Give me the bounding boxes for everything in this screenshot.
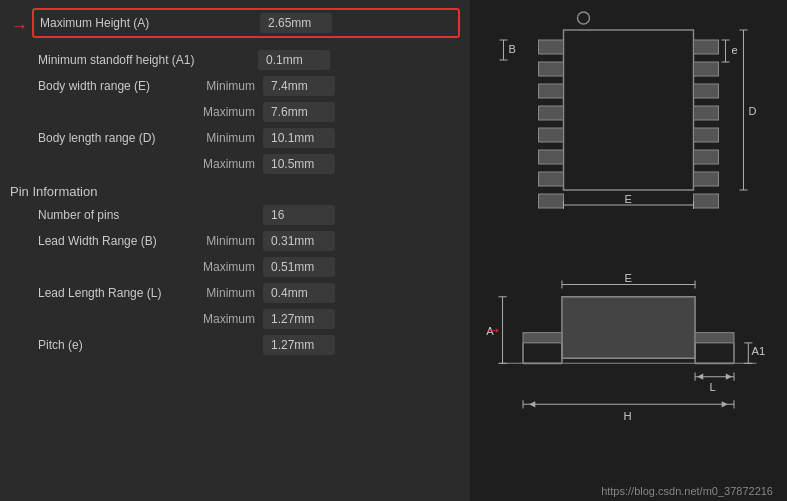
min-standoff-value: 0.1mm [258, 50, 330, 70]
svg-marker-66 [529, 401, 535, 407]
svg-text:B: B [509, 43, 516, 55]
bottom-diagram: → A A1 [480, 238, 777, 458]
watermark: https://blog.csdn.net/m0_37872216 [480, 485, 777, 497]
svg-text:H: H [623, 409, 631, 421]
lead-length-min-label: Minimum [198, 286, 263, 300]
svg-rect-0 [564, 30, 694, 190]
svg-marker-61 [726, 373, 732, 379]
lead-width-min-label: Minimum [198, 234, 263, 248]
svg-rect-12 [694, 106, 719, 120]
body-length-max-value: 10.5mm [263, 154, 335, 174]
arrow-left-icon: → [10, 16, 28, 37]
lead-width-max-value: 0.51mm [263, 257, 335, 277]
svg-rect-9 [694, 40, 719, 54]
svg-text:A1: A1 [751, 345, 765, 357]
svg-rect-6 [539, 150, 564, 164]
svg-rect-35 [523, 332, 562, 342]
svg-rect-14 [694, 150, 719, 164]
lead-length-label: Lead Length Range (L) [38, 286, 198, 300]
lead-width-label: Lead Width Range (B) [38, 234, 198, 248]
svg-rect-16 [694, 194, 719, 208]
body-width-max-value: 7.6mm [263, 102, 335, 122]
num-pins-value: 16 [263, 205, 335, 225]
svg-rect-2 [539, 62, 564, 76]
svg-rect-7 [539, 172, 564, 186]
svg-rect-13 [694, 128, 719, 142]
right-panel: e D B E → [470, 0, 787, 501]
pitch-value: 1.27mm [263, 335, 335, 355]
svg-text:D: D [749, 105, 757, 117]
left-panel: → Maximum Height (A) 2.65mm Minimum stan… [0, 0, 470, 501]
min-standoff-label: Minimum standoff height (A1) [38, 53, 258, 67]
svg-rect-10 [694, 62, 719, 76]
svg-rect-4 [539, 106, 564, 120]
svg-rect-34 [562, 296, 695, 357]
svg-text:L: L [709, 381, 715, 393]
svg-rect-1 [539, 40, 564, 54]
pin-section-header: Pin Information [10, 184, 460, 199]
lead-length-max-value: 1.27mm [263, 309, 335, 329]
svg-rect-5 [539, 128, 564, 142]
svg-point-17 [578, 12, 590, 24]
svg-marker-60 [697, 373, 703, 379]
svg-text:E: E [624, 272, 632, 284]
svg-rect-15 [694, 172, 719, 186]
max-height-label: Maximum Height (A) [40, 16, 260, 30]
body-length-min-value: 10.1mm [263, 128, 335, 148]
svg-rect-8 [539, 194, 564, 208]
body-width-label: Body width range (E) [38, 79, 198, 93]
pitch-label: Pitch (e) [38, 338, 263, 352]
num-pins-label: Number of pins [38, 208, 263, 222]
svg-text:E: E [625, 193, 632, 205]
lead-width-min-value: 0.31mm [263, 231, 335, 251]
body-length-min-label: Minimum [198, 131, 263, 145]
svg-rect-3 [539, 84, 564, 98]
max-height-value: 2.65mm [260, 13, 332, 33]
svg-marker-67 [722, 401, 728, 407]
body-width-max-label: Maximum [198, 105, 263, 119]
body-length-max-label: Maximum [198, 157, 263, 171]
svg-rect-11 [694, 84, 719, 98]
svg-rect-39 [695, 332, 734, 342]
body-length-label: Body length range (D) [38, 131, 198, 145]
svg-text:e: e [732, 44, 738, 56]
lead-length-min-value: 0.4mm [263, 283, 335, 303]
top-diagram: e D B E [480, 10, 777, 210]
body-width-min-value: 7.4mm [263, 76, 335, 96]
body-width-min-label: Minimum [198, 79, 263, 93]
lead-width-max-label: Maximum [198, 260, 263, 274]
lead-length-max-label: Maximum [198, 312, 263, 326]
